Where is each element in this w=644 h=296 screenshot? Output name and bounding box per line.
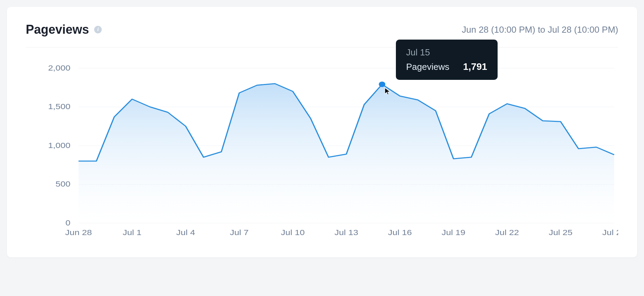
y-axis: 05001,0001,5002,000 <box>48 64 70 227</box>
svg-text:Jul 13: Jul 13 <box>334 228 358 237</box>
svg-text:Jul 1: Jul 1 <box>123 228 142 237</box>
hover-point <box>379 82 385 87</box>
card-header: Pageviews i Jun 28 (10:00 PM) to Jul 28 … <box>26 22 618 47</box>
svg-text:1,500: 1,500 <box>48 102 70 111</box>
svg-text:Jul 4: Jul 4 <box>176 228 195 237</box>
date-range-label: Jun 28 (10:00 PM) to Jul 28 (10:00 PM) <box>462 24 618 35</box>
svg-text:500: 500 <box>56 180 70 188</box>
svg-text:Jul 28: Jul 28 <box>602 228 618 237</box>
svg-text:0: 0 <box>65 219 70 227</box>
chart-area[interactable]: 05001,0001,5002,000 Jun 28Jul 1Jul 4Jul … <box>26 58 618 244</box>
title-wrap: Pageviews i <box>26 22 102 37</box>
svg-text:Jul 25: Jul 25 <box>549 228 573 237</box>
svg-text:Jul 7: Jul 7 <box>230 228 249 237</box>
pageviews-chart[interactable]: 05001,0001,5002,000 Jun 28Jul 1Jul 4Jul … <box>26 58 618 244</box>
svg-text:Jul 16: Jul 16 <box>388 228 412 237</box>
tooltip-date: Jul 15 <box>406 47 487 58</box>
svg-text:Jul 19: Jul 19 <box>442 228 465 237</box>
svg-text:Jul 10: Jul 10 <box>281 228 304 237</box>
svg-text:Jul 22: Jul 22 <box>495 228 519 237</box>
svg-text:2,000: 2,000 <box>48 64 70 72</box>
svg-text:1,000: 1,000 <box>48 141 70 150</box>
pageviews-card: Pageviews i Jun 28 (10:00 PM) to Jul 28 … <box>7 7 637 257</box>
svg-text:Jun 28: Jun 28 <box>65 228 92 237</box>
info-icon[interactable]: i <box>94 26 102 33</box>
x-axis: Jun 28Jul 1Jul 4Jul 7Jul 10Jul 13Jul 16J… <box>65 228 618 237</box>
page-title: Pageviews <box>26 22 89 37</box>
